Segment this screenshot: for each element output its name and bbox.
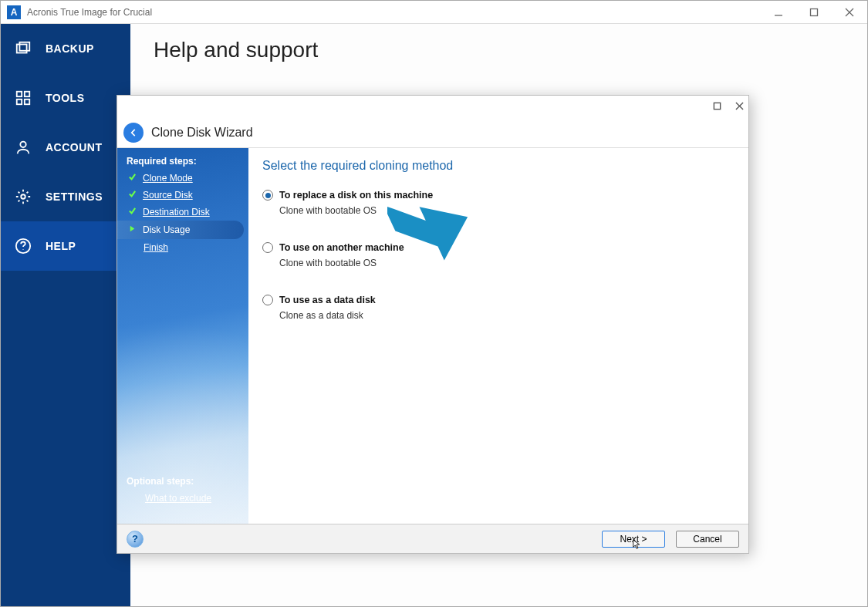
sidebar-item-account[interactable]: ACCOUNT [1, 123, 130, 172]
radio-button[interactable] [262, 190, 273, 201]
sidebar-item-label: TOOLS [46, 92, 84, 104]
sidebar-item-backup[interactable]: BACKUP [1, 24, 130, 73]
sidebar-item-tools[interactable]: TOOLS [1, 73, 130, 123]
app-sidebar: BACKUP TOOLS ACCOUNT SETTINGS [1, 24, 130, 606]
wizard-footer: ? Next > Cancel [117, 524, 748, 553]
required-steps-header: Required steps: [117, 148, 248, 170]
wizard-titlebar [117, 96, 748, 117]
step-label: Disk Usage [143, 224, 190, 235]
wizard-steps-sidebar: Required steps: Clone Mode Source Disk D… [117, 148, 248, 524]
option-title: To use as a data disk [279, 295, 376, 305]
wizard-header: Clone Disk Wizard [117, 117, 748, 148]
option-replace-disk[interactable]: To replace a disk on this machine Clone … [262, 190, 735, 216]
step-label: Destination Disk [143, 207, 210, 218]
svg-rect-6 [17, 92, 22, 96]
radio-button[interactable] [262, 242, 273, 253]
wizard-content-heading: Select the required cloning method [262, 159, 735, 173]
wizard-maximize-button[interactable] [713, 99, 721, 113]
checkmark-icon [128, 207, 137, 218]
main-content: Help and support Clone Disk Wizard [130, 24, 867, 606]
window-close-button[interactable] [832, 1, 867, 24]
step-what-to-exclude[interactable]: What to exclude [117, 490, 248, 507]
optional-steps-header: Optional steps: [117, 468, 248, 490]
clone-disk-wizard-dialog: Clone Disk Wizard Required steps: Clone … [117, 95, 749, 554]
step-clone-mode[interactable]: Clone Mode [117, 170, 248, 187]
sidebar-item-label: SETTINGS [46, 191, 103, 203]
app-title: Acronis True Image for Crucial [27, 7, 152, 18]
wizard-help-button[interactable]: ? [127, 531, 144, 548]
option-subtitle: Clone with bootable OS [262, 205, 735, 216]
optional-steps-section: Optional steps: What to exclude [117, 468, 248, 507]
step-disk-usage[interactable]: Disk Usage [117, 221, 244, 239]
option-title: To use on another machine [279, 242, 404, 253]
app-window: A Acronis True Image for Crucial BACKUP [0, 0, 868, 607]
checkmark-icon [128, 173, 137, 184]
option-title: To replace a disk on this machine [279, 190, 433, 201]
svg-rect-9 [25, 99, 29, 104]
option-another-machine[interactable]: To use on another machine Clone with boo… [262, 242, 735, 268]
window-minimize-button[interactable] [761, 1, 796, 24]
step-label: Clone Mode [143, 173, 193, 184]
wizard-title: Clone Disk Wizard [151, 126, 253, 140]
wizard-close-button[interactable] [735, 99, 744, 113]
svg-point-11 [21, 194, 25, 199]
radio-button[interactable] [262, 295, 273, 305]
sidebar-item-help[interactable]: HELP [1, 221, 130, 271]
option-subtitle: Clone with bootable OS [262, 258, 735, 268]
step-label: Source Disk [143, 190, 193, 201]
step-source-disk[interactable]: Source Disk [117, 187, 248, 204]
settings-icon [15, 188, 32, 205]
account-icon [15, 139, 32, 156]
tools-icon [15, 89, 32, 106]
step-destination-disk[interactable]: Destination Disk [117, 204, 248, 221]
svg-rect-4 [17, 45, 27, 53]
svg-rect-1 [811, 8, 818, 15]
sidebar-item-label: BACKUP [46, 42, 94, 55]
window-maximize-button[interactable] [796, 1, 832, 24]
button-label: Cancel [693, 534, 721, 545]
wizard-content: Select the required cloning method To re… [248, 148, 748, 524]
sidebar-item-settings[interactable]: SETTINGS [1, 172, 130, 221]
titlebar: A Acronis True Image for Crucial [1, 1, 867, 24]
wizard-back-button[interactable] [123, 123, 144, 143]
svg-rect-5 [19, 42, 29, 51]
step-finish[interactable]: Finish [117, 239, 248, 256]
step-label: Finish [144, 242, 168, 253]
option-data-disk[interactable]: To use as a data disk Clone as a data di… [262, 295, 735, 321]
checkmark-icon [128, 190, 137, 201]
svg-point-10 [20, 142, 25, 147]
svg-rect-14 [714, 103, 720, 109]
next-button[interactable]: Next > [602, 531, 665, 548]
backup-icon [15, 40, 32, 57]
sidebar-item-label: ACCOUNT [46, 141, 103, 153]
app-icon: A [7, 5, 21, 19]
option-subtitle: Clone as a data disk [262, 310, 735, 321]
svg-rect-8 [17, 99, 22, 104]
button-label: Next > [620, 534, 647, 545]
help-icon [15, 238, 32, 255]
arrow-right-icon [128, 224, 137, 235]
page-heading: Help and support [130, 24, 867, 86]
svg-rect-7 [25, 92, 29, 96]
sidebar-item-label: HELP [46, 240, 76, 252]
cancel-button[interactable]: Cancel [676, 531, 739, 548]
